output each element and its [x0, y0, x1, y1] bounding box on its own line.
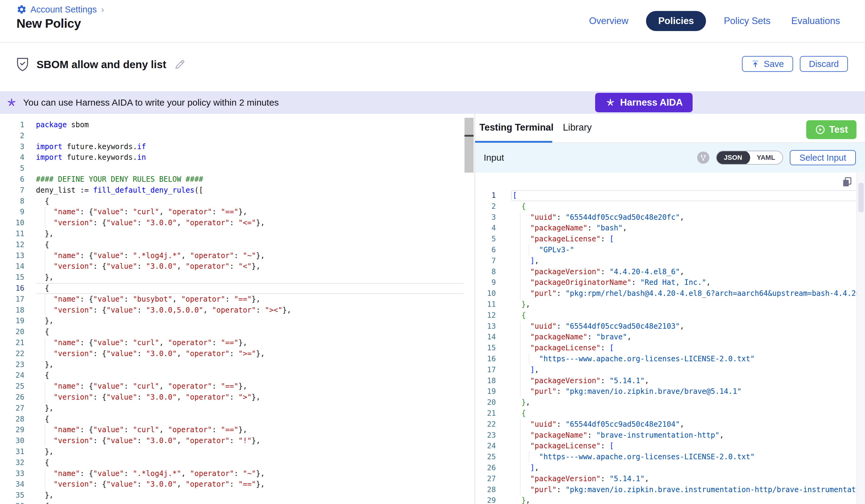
code-line: 15 },: [0, 272, 464, 283]
policy-name: SBOM allow and deny list: [36, 58, 166, 71]
code-line: 4 "packageName": "bash",: [475, 223, 865, 234]
code-line: 24 "packageLicense": [: [475, 441, 865, 452]
aida-banner: You can use Harness AIDA to write your p…: [0, 91, 865, 114]
discard-button[interactable]: Discard: [800, 56, 848, 72]
code-line: 21 "name": {"value": "curl", "operator":…: [0, 338, 464, 349]
left-editor-scrollbar[interactable]: [464, 114, 474, 504]
code-line: 29 },: [475, 495, 865, 504]
code-line: 2: [0, 131, 464, 141]
breadcrumb-account-settings-link[interactable]: Account Settings: [31, 4, 97, 15]
line-content: {: [511, 201, 865, 212]
aida-flower-icon-white: [605, 97, 616, 108]
line-content: {: [36, 501, 464, 504]
gear-icon: [16, 4, 27, 15]
code-line: 34 "version": {"value": "3.0.0", "operat…: [0, 479, 464, 490]
line-content: ],: [511, 462, 865, 473]
line-number: 4: [0, 152, 24, 163]
format-option-json[interactable]: JSON: [716, 151, 750, 165]
policy-bar: SBOM allow and deny list Save Discard: [0, 43, 865, 91]
line-number: 17: [0, 294, 24, 305]
edit-pencil-icon[interactable]: [174, 58, 186, 71]
line-number: 10: [0, 218, 24, 228]
test-button-label: Test: [829, 124, 848, 135]
save-button-label: Save: [764, 59, 784, 69]
select-input-button[interactable]: Select Input: [790, 150, 856, 165]
code-line: 6#### DEFINE YOUR DENY RULES BELOW ####: [0, 174, 464, 185]
line-number: 24: [0, 370, 24, 381]
save-button[interactable]: Save: [742, 56, 793, 72]
tab-library[interactable]: Library: [563, 122, 592, 133]
tab-overview[interactable]: Overview: [586, 11, 631, 31]
tab-testing-terminal[interactable]: Testing Terminal: [480, 122, 553, 133]
code-line: 24 {: [0, 370, 464, 381]
input-bar: Input JSON YAML Select Input: [475, 143, 865, 173]
line-content: "https---www.apache.org-licenses-LICENSE…: [511, 452, 865, 462]
fork-icon[interactable]: [697, 152, 710, 164]
right-editor-scrollbar[interactable]: [856, 172, 865, 504]
line-content: import future.keywords.in: [36, 152, 464, 163]
tab-policy-sets[interactable]: Policy Sets: [720, 11, 773, 31]
code-line: 29 "name": {"value": "curl", "operator":…: [0, 424, 464, 435]
line-number: 20: [0, 327, 24, 338]
line-number: 27: [475, 473, 496, 484]
line-content: "https---www.apache.org-licenses-LICENSE…: [511, 354, 865, 365]
scrollbar-handle[interactable]: [464, 118, 474, 173]
copy-icon[interactable]: [841, 176, 853, 188]
tab-policies[interactable]: Policies: [646, 11, 706, 31]
line-content: "packageLicense": [: [511, 234, 865, 245]
line-number: 17: [475, 365, 496, 376]
code-line: 9 "name": {"value": "curl", "operator": …: [0, 207, 464, 218]
code-line: 25 "https---www.apache.org-licenses-LICE…: [475, 452, 865, 462]
line-number: 23: [475, 430, 496, 441]
code-line: 8 {: [0, 196, 464, 207]
test-button[interactable]: Test: [806, 120, 856, 139]
line-content: },: [36, 490, 464, 501]
line-content: "version": {"value": "3.0.0", "operator"…: [36, 392, 464, 403]
code-line: 15 "packageLicense": [: [475, 343, 865, 354]
line-number: 6: [475, 245, 496, 256]
line-number: 29: [475, 495, 496, 504]
line-number: 32: [0, 457, 24, 468]
line-content: "packageLicense": [: [511, 343, 865, 354]
line-number: 27: [0, 403, 24, 414]
line-number: 26: [0, 392, 24, 403]
harness-aida-button[interactable]: Harness AIDA: [595, 93, 693, 112]
page-title: New Policy: [16, 16, 81, 31]
line-content: "packageName": "brave",: [511, 332, 865, 343]
harness-aida-button-label: Harness AIDA: [620, 97, 683, 108]
line-content: },: [511, 495, 865, 504]
testing-panel: Testing Terminal Library Test Input JSON…: [474, 114, 865, 504]
line-number: 29: [0, 424, 24, 435]
input-json-editor[interactable]: 1[2 {3 "uuid": "65544df05cc9ad50c48e20fc…: [475, 173, 865, 504]
top-header: Account Settings › New Policy Overview P…: [0, 0, 865, 43]
line-content: {: [36, 327, 464, 338]
code-line: 25 "name": {"value": "curl", "operator":…: [0, 381, 464, 392]
line-number: 21: [475, 408, 496, 419]
code-line: 1package sbom: [0, 120, 464, 131]
code-line: 10 "purl": "pkg:rpm/rhel/bash@4.4.20-4.e…: [475, 288, 865, 299]
code-line: 20 },: [475, 397, 865, 408]
line-number: 2: [475, 201, 496, 212]
code-line: 1[: [475, 190, 865, 201]
line-number: 8: [475, 267, 496, 278]
line-content: [36, 163, 464, 174]
play-circle-icon: [815, 124, 826, 135]
format-option-yaml[interactable]: YAML: [750, 151, 783, 165]
code-line: 5 "packageLicense": [: [475, 234, 865, 245]
policy-code-editor[interactable]: 1package sbom23import future.keywords.if…: [0, 114, 464, 504]
upload-icon: [751, 60, 760, 68]
line-number: 22: [0, 349, 24, 360]
line-content: "packageName": "brave-instrumentation-ht…: [511, 430, 865, 441]
tab-evaluations[interactable]: Evaluations: [788, 11, 843, 31]
line-content: "purl": "pkg:maven/io.zipkin.brave/brave…: [511, 386, 865, 397]
line-content: {: [36, 283, 464, 294]
code-line: 17 ],: [475, 365, 865, 376]
line-content: "version": {"value": "3.0.0", "operator"…: [36, 349, 464, 360]
code-line: 17 "name": {"value": "busybot", "operato…: [0, 294, 464, 305]
code-line: 16 "https---www.apache.org-licenses-LICE…: [475, 354, 865, 365]
line-number: 19: [475, 386, 496, 397]
scrollbar-handle[interactable]: [858, 183, 864, 212]
line-content: {: [36, 457, 464, 468]
line-number: 3: [0, 141, 24, 152]
code-line: 27 "packageVersion": "5.14.1",: [475, 473, 865, 484]
